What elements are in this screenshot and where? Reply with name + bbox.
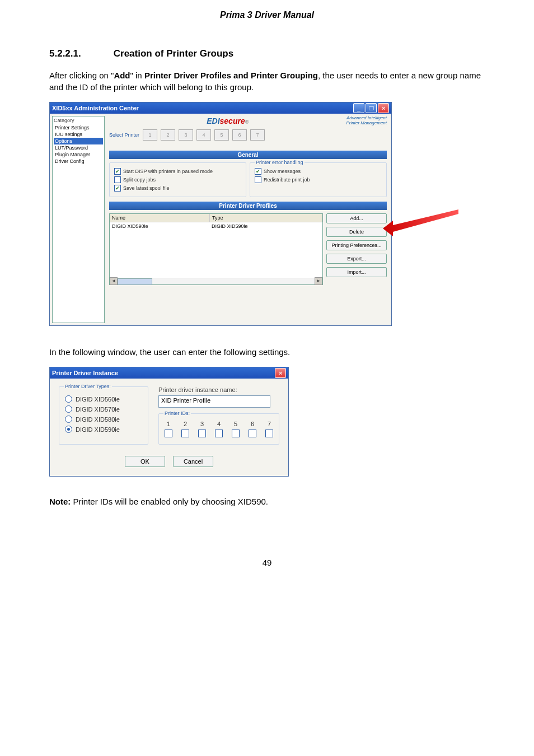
printer-btn-4[interactable]: 4 <box>196 129 211 141</box>
para-1: After clicking on "Add" in Printer Drive… <box>49 69 485 93</box>
horizontal-scrollbar[interactable]: ◄ ► <box>110 278 322 284</box>
cancel-button[interactable]: Cancel <box>173 456 213 467</box>
export-button[interactable]: Export... <box>326 254 387 264</box>
chk-split-copy[interactable]: Split copy jobs <box>114 176 241 183</box>
instance-name-input[interactable]: XID Printer Profile <box>158 395 270 408</box>
col-name-header[interactable]: Name <box>110 214 210 222</box>
scroll-right-icon[interactable]: ► <box>315 277 322 285</box>
category-item-selected[interactable]: Options <box>54 138 103 144</box>
printer-btn-2[interactable]: 2 <box>161 129 175 141</box>
doc-title: Prima 3 Driver Manual <box>49 10 485 20</box>
chk-redistribute[interactable]: Redistribute print job <box>255 176 382 183</box>
window-title: XID5xx Administration Center <box>52 105 139 111</box>
driver-types-label: Printer Driver Types: <box>64 384 112 389</box>
import-button[interactable]: Import... <box>326 267 387 277</box>
para-2: In the following window, the user can en… <box>49 346 485 358</box>
printer-id-5-checkbox[interactable] <box>232 430 240 437</box>
category-item[interactable]: Plugin Manager <box>54 151 103 158</box>
delete-button[interactable]: Delete <box>326 227 387 237</box>
printer-btn-5[interactable]: 5 <box>214 129 229 141</box>
printer-btn-7[interactable]: 7 <box>250 129 265 141</box>
radio-xid580[interactable]: DIGID XID580ie <box>65 416 142 423</box>
printer-btn-1[interactable]: 1 <box>143 129 157 141</box>
scroll-left-icon[interactable]: ◄ <box>110 277 118 285</box>
callout-arrow-icon <box>383 206 461 240</box>
category-item[interactable]: Driver Config <box>54 158 103 165</box>
printer-driver-instance-window: Printer Driver Instance ✕ Printer Driver… <box>49 367 289 477</box>
printer-ids-group: Printer IDs: 1 2 3 4 5 6 7 <box>158 413 279 445</box>
brand-tagline: Advanced IntelligentPrinter Management <box>346 116 387 126</box>
printer-btn-3[interactable]: 3 <box>179 129 193 141</box>
close-button[interactable]: ✕ <box>378 103 389 113</box>
general-band: General <box>109 151 387 159</box>
brand-logo: EDIsecure® <box>207 116 249 125</box>
ok-button[interactable]: OK <box>125 456 165 467</box>
printer-btn-6[interactable]: 6 <box>232 129 247 141</box>
window-titlebar: Printer Driver Instance ✕ <box>50 367 288 379</box>
error-handling-group: Printer error handling ✔Show messages Re… <box>250 162 387 197</box>
add-button[interactable]: Add... <box>326 213 387 223</box>
svg-marker-0 <box>383 209 458 236</box>
admin-center-window: XID5xx Administration Center _ ❐ ✕ Categ… <box>49 102 392 326</box>
printer-id-2-checkbox[interactable] <box>181 430 189 437</box>
instance-name-label: Printer driver instance name: <box>158 386 279 393</box>
section-heading: 5.2.2.1. Creation of Printer Groups <box>49 48 485 59</box>
page-number: 49 <box>49 558 485 567</box>
radio-xid570[interactable]: DIGID XID570ie <box>65 405 142 413</box>
category-item[interactable]: LUT/Password <box>54 144 103 151</box>
section-title: Creation of Printer Groups <box>114 48 233 59</box>
chk-start-paused[interactable]: ✔Start DISP with printers in paused mode <box>114 168 241 175</box>
profiles-band: Printer Driver Profiles <box>109 202 387 210</box>
window-title: Printer Driver Instance <box>52 370 118 376</box>
general-left-group: ✔Start DISP with printers in paused mode… <box>109 162 246 197</box>
col-type-header[interactable]: Type <box>210 214 322 222</box>
error-handling-label: Printer error handling <box>255 160 305 165</box>
select-printer-label: Select Printer <box>109 132 139 138</box>
driver-types-group: Printer Driver Types: DIGID XID560ie DIG… <box>59 386 148 445</box>
printing-preferences-button[interactable]: Printing Preferences... <box>326 240 387 250</box>
para-3: Note: Printer IDs will be enabled only b… <box>49 496 485 507</box>
close-button[interactable]: ✕ <box>275 368 286 378</box>
window-titlebar: XID5xx Administration Center _ ❐ ✕ <box>50 102 391 114</box>
maximize-button[interactable]: ❐ <box>366 103 377 113</box>
minimize-button[interactable]: _ <box>353 103 364 113</box>
radio-xid590[interactable]: DIGID XID590ie <box>65 426 142 433</box>
chk-show-messages[interactable]: ✔Show messages <box>255 168 382 175</box>
printer-id-1-checkbox[interactable] <box>165 430 172 437</box>
category-item[interactable]: Printer Settings <box>54 124 103 131</box>
printer-id-4-checkbox[interactable] <box>215 430 223 437</box>
chk-save-spool[interactable]: ✔Save latest spool file <box>114 185 241 192</box>
category-list: Category Printer Settings IUU settings O… <box>52 116 105 323</box>
radio-xid560[interactable]: DIGID XID560ie <box>65 395 142 403</box>
section-number: 5.2.2.1. <box>49 48 111 59</box>
scroll-thumb[interactable] <box>118 278 152 285</box>
table-row[interactable]: DIGID XID590ie DIGID XID590ie <box>110 222 322 230</box>
printer-id-3-checkbox[interactable] <box>198 430 206 437</box>
category-header: Category <box>54 118 103 123</box>
category-item[interactable]: IUU settings <box>54 131 103 138</box>
profiles-list[interactable]: Name Type DIGID XID590ie DIGID XID590ie … <box>109 213 323 285</box>
printer-ids-label: Printer IDs: <box>163 410 191 416</box>
printer-id-6-checkbox[interactable] <box>249 430 256 437</box>
printer-id-7-checkbox[interactable] <box>265 430 273 437</box>
